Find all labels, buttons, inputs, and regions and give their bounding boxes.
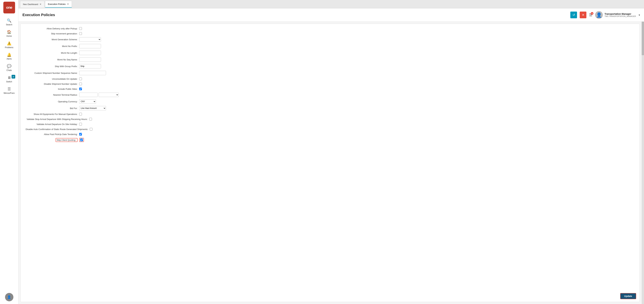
checkbox-allow-delivery[interactable] — [79, 27, 82, 30]
select-bid-for[interactable]: Line Haul Amount Total Amount — [79, 106, 106, 110]
tab-neo-dashboard[interactable]: Neo Dashboard ✕ — [20, 1, 44, 8]
field-disable-auto: Disable Auto Confirmation of Static Rout… — [26, 128, 634, 130]
field-unconsolidate: Unconsolidate On Update: — [26, 78, 634, 80]
field-mvmt-no-prefix: Mvmt No Prefix: — [26, 44, 634, 48]
field-disable-shipment-update: Disable Shipment Number Update: — [26, 83, 634, 85]
label-mvmt-scheme: Mvmt Generation Scheme: — [26, 38, 79, 41]
skip-client-quoting-highlight: Skip Client Quoting: — [56, 138, 78, 142]
field-ship-group-prefix: Ship With Group Prefix: — [26, 64, 634, 68]
update-button-area: Update — [620, 293, 636, 299]
checkbox-unconsolidate[interactable] — [79, 78, 82, 80]
sidebar-item-search[interactable]: 🔍 Search — [0, 17, 18, 28]
label-skip-client-quoting: Skip Client Quoting: — [26, 138, 79, 142]
field-validate-stop: Validate Stop Arrival Departure With Shi… — [26, 118, 634, 120]
refresh-button[interactable]: ↺ — [570, 12, 577, 18]
notification-badge: ★ — [591, 12, 594, 15]
label-validate-arrival: Validate Arrival Departure On Site Holid… — [26, 123, 79, 125]
update-button[interactable]: Update — [620, 293, 636, 299]
page-title: Execution Policies — [22, 13, 55, 17]
select-nearest-terminal-unit[interactable] — [99, 93, 119, 97]
label-allow-delivery: Allow Delivery only after Pickup: — [26, 27, 79, 30]
checkbox-disable-shipment-update[interactable] — [79, 83, 82, 85]
skip-client-quoting-checkbox-wrap — [79, 138, 84, 142]
field-mvmt-no-length: Mvmt No Length: — [26, 51, 634, 55]
user-area[interactable]: 👤 Transportation Manager TMS.TRANSPORTAT… — [595, 11, 640, 19]
field-validate-arrival: Validate Arrival Departure On Site Holid… — [26, 123, 634, 125]
checkbox-validate-arrival[interactable] — [79, 123, 82, 125]
input-mvmt-no-seq[interactable] — [79, 57, 101, 62]
sidebar-label-menus: Menus/Favs — [4, 92, 14, 94]
label-skip-movement: Skip movement generation: — [26, 32, 79, 35]
sidebar-item-home[interactable]: 🏠 Home — [0, 28, 18, 39]
close-button[interactable]: ✕ — [580, 12, 586, 18]
user-name: Transportation Manager — [604, 13, 636, 15]
checkbox-skip-movement[interactable] — [79, 32, 82, 35]
monitor-icon: 🖥 — [7, 75, 11, 80]
scrollbar-thumb[interactable] — [642, 22, 644, 55]
label-allow-past-pickup: Allow Past PickUp Date Tendering: — [26, 133, 79, 135]
sidebar-item-chats[interactable]: 💬 Chats — [0, 62, 18, 73]
sidebar-item-switch[interactable]: 🖥 ⇄ Switch — [0, 73, 18, 85]
label-operating-currency: Operating Currency: — [26, 100, 79, 103]
checkbox-allow-past-pickup[interactable] — [79, 133, 82, 135]
tab-execution-policies[interactable]: Execution Policies ✕ — [45, 1, 72, 8]
sidebar-item-problems[interactable]: ⚠️ Problems — [0, 39, 18, 51]
field-skip-client-quoting: Skip Client Quoting: — [26, 138, 634, 142]
sidebar-label-chats: Chats — [6, 69, 12, 71]
input-custom-shipment-seq[interactable] — [79, 71, 106, 75]
chat-icon: 💬 — [7, 64, 12, 68]
notification-icon[interactable]: ☰ ★ — [589, 13, 592, 17]
sidebar-label-switch: Switch — [6, 81, 12, 83]
field-bid-for: Bid For: Line Haul Amount Total Amount — [26, 106, 634, 110]
label-mvmt-no-seq: Mvmt No Seq Name: — [26, 58, 79, 61]
checkbox-show-all-equip[interactable] — [79, 113, 82, 115]
label-mvmt-no-length: Mvmt No Length: — [26, 52, 79, 54]
sidebar-label-search: Search — [6, 24, 12, 26]
user-avatar: 👤 — [595, 11, 603, 19]
form-panel: Allow Delivery only after Pickup: Skip m… — [20, 24, 640, 302]
label-show-all-equip: Show All Equipments For Manual Operation… — [26, 113, 79, 115]
label-ship-group-prefix: Ship With Group Prefix: — [26, 65, 79, 68]
label-mvmt-no-prefix: Mvmt No Prefix: — [26, 45, 79, 48]
search-icon: 🔍 — [7, 19, 12, 23]
select-operating-currency[interactable]: CNY USD EUR — [79, 99, 96, 104]
sidebar-avatar[interactable]: 👤 — [5, 293, 14, 301]
notification-area: ☰ ★ — [589, 13, 592, 17]
checkbox-validate-stop[interactable] — [89, 118, 92, 120]
sidebar-label-problems: Problems — [5, 46, 14, 49]
field-mvmt-scheme: Mvmt Generation Scheme: — [26, 37, 634, 42]
input-mvmt-no-length[interactable] — [79, 51, 101, 55]
bell-icon: 🔔 — [7, 53, 12, 57]
sidebar-item-alerts[interactable]: 🔔 Alerts — [0, 51, 18, 62]
home-icon: 🏠 — [7, 30, 12, 34]
label-custom-shipment-seq: Custom Shipment Number Sequence Name: — [26, 72, 79, 74]
field-show-all-equip: Show All Equipments For Manual Operation… — [26, 113, 634, 115]
nearest-terminal-inputs — [79, 93, 119, 97]
input-nearest-terminal[interactable] — [79, 93, 98, 97]
tab-execution-policies-label: Execution Policies — [48, 3, 66, 5]
content-area: Allow Delivery only after Pickup: Skip m… — [18, 22, 644, 304]
tab-neo-dashboard-close[interactable]: ✕ — [40, 3, 42, 5]
avatar-person-icon: 👤 — [596, 12, 602, 18]
switch-badge: ⇄ — [12, 75, 15, 79]
tab-execution-policies-close[interactable]: ✕ — [67, 3, 69, 5]
select-mvmt-scheme[interactable] — [79, 37, 101, 42]
input-mvmt-no-prefix[interactable] — [79, 44, 101, 48]
sidebar-label-home: Home — [6, 35, 12, 37]
input-ship-group-prefix[interactable] — [79, 64, 101, 68]
user-dropdown-arrow[interactable]: ▾ — [639, 14, 640, 17]
header-actions: ↺ ✕ ☰ ★ 👤 Transportation Manager TMS.TRA… — [570, 11, 640, 19]
field-include-public-sites: Include Public Sites: — [26, 88, 634, 90]
label-nearest-terminal: Nearest Terminal Radius: — [26, 94, 79, 96]
field-allow-delivery: Allow Delivery only after Pickup: — [26, 27, 634, 30]
scrollbar-track[interactable] — [642, 22, 644, 304]
user-role: TMS.TRANSPORTATION_MANAGER — [604, 15, 636, 17]
label-bid-for: Bid For: — [26, 107, 79, 109]
field-nearest-terminal: Nearest Terminal Radius: — [26, 93, 634, 97]
checkbox-include-public-sites[interactable] — [79, 88, 82, 90]
checkbox-skip-client-quoting[interactable] — [80, 138, 83, 141]
checkbox-disable-auto[interactable] — [90, 128, 92, 130]
app-logo[interactable]: one — [3, 2, 15, 14]
avatar-icon: 👤 — [7, 295, 11, 299]
sidebar-item-menus[interactable]: ☰ Menus/Favs — [0, 85, 18, 96]
